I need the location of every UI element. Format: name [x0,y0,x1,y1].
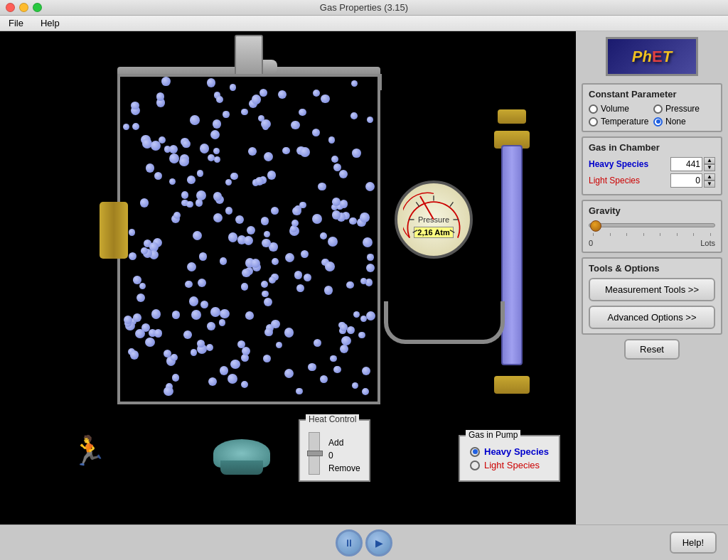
reset-container: Reset [582,339,722,360]
piston-handle[interactable] [235,35,263,76]
gravity-title: Gravity [589,205,715,216]
particle [207,78,216,87]
particle [244,236,253,245]
particle [207,322,215,330]
pump-heavy-option[interactable]: Heavy Species [470,446,549,457]
particle [242,347,250,355]
particle [340,200,348,208]
heavy-spin-buttons[interactable]: ▲ ▼ [704,157,715,171]
particle [172,374,180,382]
particle [313,90,320,97]
gauge-arc-svg [403,189,464,250]
temperature-radio[interactable] [589,117,598,126]
maximize-button[interactable] [33,3,42,12]
volume-label: Volume [601,104,629,114]
particle [366,311,375,321]
reset-button[interactable]: Reset [624,339,680,360]
particle [164,387,173,397]
pump-light-label: Light Species [484,460,540,470]
help-button[interactable]: Help! [670,532,717,554]
heat-slider[interactable] [309,432,320,475]
window-controls[interactable] [6,3,42,12]
gas-in-pump-title: Gas in Pump [466,430,520,440]
heat-slider-thumb[interactable] [307,451,323,456]
particle [169,178,176,185]
particle [276,342,282,348]
heat-remove-option: Remove [328,463,360,473]
particle [197,170,203,176]
temperature-option[interactable]: Temperature [589,117,651,126]
advanced-options-button[interactable]: Advanced Options >> [589,306,715,329]
particle [130,350,139,359]
particle [154,329,162,337]
pressure-option[interactable]: Pressure [653,104,715,114]
heat-control-title: Heat Control [306,414,359,424]
light-species-label: Light Species [589,176,640,185]
minimize-button[interactable] [19,3,28,12]
particle [156,92,164,100]
svg-line-1 [416,202,419,206]
particle [208,154,215,161]
heavy-species-input[interactable] [670,157,702,171]
pump-heavy-label: Heavy Species [484,446,549,457]
phet-logo-text: PhET [632,48,672,66]
volume-radio[interactable] [589,104,598,114]
light-species-row: Light Species ▲ ▼ [589,173,715,188]
pump-light-radio[interactable] [470,461,480,470]
close-button[interactable] [6,3,15,12]
gravity-slider-thumb[interactable] [590,220,601,232]
heavy-species-label: Heavy Species [589,159,648,169]
pump-hose [384,301,505,344]
particle [220,257,228,265]
volume-option[interactable]: Volume [589,104,651,114]
particle [299,109,306,117]
particle [360,212,370,222]
pump-body [501,145,523,365]
light-spin-buttons[interactable]: ▲ ▼ [704,173,715,188]
light-species-input[interactable] [670,173,702,188]
particle [299,202,306,208]
svg-line-3 [450,202,454,206]
heavy-increment[interactable]: ▲ [704,157,715,164]
particle [230,173,238,181]
particle [131,102,139,110]
pump-handle[interactable] [498,109,526,124]
pump-light-option[interactable]: Light Species [470,460,549,470]
particle [341,336,350,345]
particle [367,254,373,260]
help-menu[interactable]: Help [38,16,63,30]
none-radio[interactable] [653,117,663,126]
pump-heavy-radio[interactable] [470,447,480,457]
gravity-slider-track[interactable] [589,223,715,227]
pump[interactable] [494,131,530,394]
particle [161,77,171,86]
particle [179,157,188,166]
particle [164,350,171,357]
chamber-handle[interactable] [100,202,128,259]
heavy-decrement[interactable]: ▼ [704,164,715,171]
pressure-radio[interactable] [653,104,663,114]
svg-line-6 [450,230,454,233]
bottom-bar: ⏸ ▶ Help! [0,524,728,560]
step-button[interactable]: ▶ [365,529,392,556]
particle [145,338,154,347]
file-menu[interactable]: File [6,16,26,30]
playback-controls[interactable]: ⏸ ▶ [336,529,392,556]
constant-parameter-options: Volume Pressure Temperature None [589,104,715,126]
particle [228,374,237,384]
particle [124,316,132,324]
particle [340,345,348,353]
particle [200,301,208,308]
particle [169,154,179,163]
particle [129,252,136,260]
particle [171,354,178,361]
light-increment[interactable]: ▲ [704,173,715,181]
pause-button[interactable]: ⏸ [336,529,363,556]
temperature-label: Temperature [601,117,648,126]
none-option[interactable]: None [653,117,715,126]
measurement-tools-button[interactable]: Measurement Tools >> [589,278,715,301]
particle [133,313,141,322]
particle [339,170,348,178]
light-decrement[interactable]: ▼ [704,181,715,188]
particle [141,247,148,254]
